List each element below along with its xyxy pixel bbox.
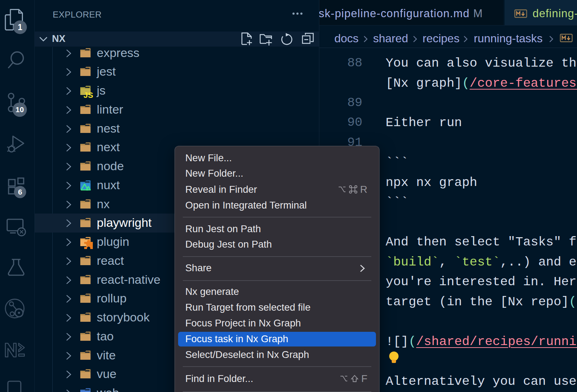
svg-text:JS: JS — [84, 91, 93, 100]
